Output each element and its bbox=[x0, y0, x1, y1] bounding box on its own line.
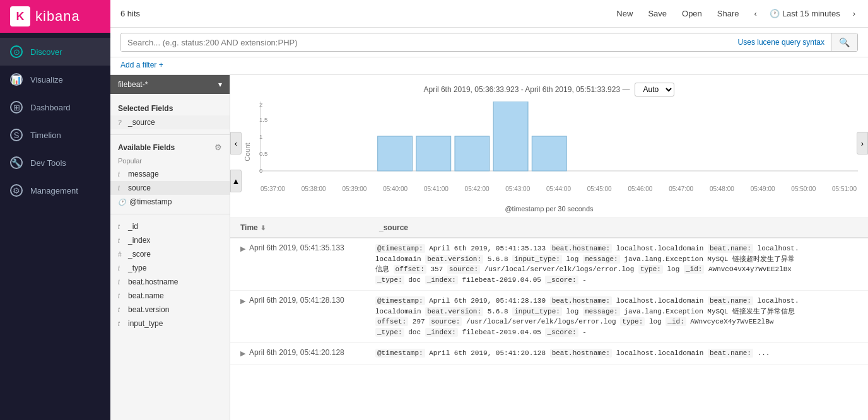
field-key-index-1: _index: bbox=[425, 276, 458, 284]
visualize-icon: 📊 bbox=[10, 73, 23, 86]
sidebar: K kibana ⊙ Discover 📊 Visualize ⊞ Dashbo… bbox=[0, 0, 110, 420]
field-name-timestamp: @timestamp bbox=[129, 197, 222, 206]
svg-rect-11 bbox=[532, 136, 566, 171]
field-item-type[interactable]: t _type bbox=[110, 261, 230, 275]
sidebar-item-label-discover: Discover bbox=[30, 47, 62, 57]
sidebar-item-devtools[interactable]: 🔧 Dev Tools bbox=[0, 149, 110, 177]
field-item-index[interactable]: t _index bbox=[110, 233, 230, 247]
table-row: ▶ April 6th 2019, 05:41:28.130 @timestam… bbox=[230, 291, 868, 343]
sidebar-item-dashboard[interactable]: ⊞ Dashboard bbox=[0, 93, 110, 121]
hits-count: 6 hits bbox=[120, 9, 140, 18]
field-key-beatname-2: beat.name: bbox=[708, 296, 753, 305]
field-item-message[interactable]: t message bbox=[110, 167, 230, 181]
sidebar-nav: ⊙ Discover 📊 Visualize ⊞ Dashboard S Tim… bbox=[0, 33, 110, 204]
collapse-left-button[interactable]: ‹ bbox=[230, 132, 242, 155]
available-fields-title: Available Fields bbox=[118, 143, 175, 152]
prev-time-button[interactable]: ‹ bbox=[752, 8, 760, 20]
chart-x-labels: 05:37:00 05:38:00 05:39:00 05:40:00 05:4… bbox=[259, 185, 858, 192]
svg-rect-9 bbox=[455, 136, 490, 171]
chart-container: April 6th 2019, 05:36:33.923 - April 6th… bbox=[230, 75, 868, 218]
popular-label: Popular bbox=[110, 155, 230, 167]
field-type-type: t bbox=[118, 265, 124, 272]
open-button[interactable]: Open bbox=[679, 8, 705, 20]
field-item-id[interactable]: t _id bbox=[110, 219, 230, 233]
field-item-timestamp[interactable]: 🕐 @timestamp bbox=[110, 195, 230, 209]
clock-icon: 🕐 bbox=[770, 9, 780, 18]
field-item-source[interactable]: t source bbox=[110, 181, 230, 195]
time-range-label: Last 15 minutes bbox=[782, 9, 840, 18]
lucene-syntax-link[interactable]: Uses lucene query syntax bbox=[732, 38, 831, 47]
search-input[interactable] bbox=[121, 34, 732, 51]
field-type-score: # bbox=[118, 251, 124, 258]
field-key-source-2: source: bbox=[429, 317, 462, 326]
field-type-index: t bbox=[118, 237, 124, 244]
field-item-beat-version[interactable]: t beat.version bbox=[110, 303, 230, 317]
table-row: ▶ April 6th 2019, 05:41:20.128 @timestam… bbox=[230, 343, 868, 365]
field-item-score[interactable]: # _score bbox=[110, 247, 230, 261]
sidebar-item-management[interactable]: ⚙ Management bbox=[0, 177, 110, 204]
collapse-right-button[interactable]: › bbox=[857, 132, 868, 155]
field-item-beat-name[interactable]: t beat.name bbox=[110, 289, 230, 303]
section-divider-2 bbox=[110, 214, 230, 214]
filter-bar: Add a filter + bbox=[110, 57, 868, 75]
field-name-id: _id bbox=[128, 222, 222, 231]
field-name-score: _score bbox=[128, 250, 222, 259]
sidebar-item-discover[interactable]: ⊙ Discover bbox=[0, 38, 110, 66]
field-key-doctype-1: _type: bbox=[375, 276, 404, 284]
expand-up-button[interactable]: ▲ bbox=[230, 170, 242, 192]
field-key-score-2: _score: bbox=[545, 328, 578, 337]
col-source-header: _source bbox=[379, 223, 858, 232]
field-name-message: message bbox=[128, 170, 222, 178]
field-name-beat-version: beat.version bbox=[128, 305, 222, 314]
field-type-beat-hostname: t bbox=[118, 279, 124, 286]
discover-icon: ⊙ bbox=[10, 45, 23, 58]
selected-field-source[interactable]: ? _source bbox=[110, 115, 230, 129]
field-item-beat-hostname[interactable]: t beat.hostname bbox=[110, 275, 230, 289]
next-time-button[interactable]: › bbox=[850, 8, 858, 20]
time-sort-icon[interactable]: ⬇ bbox=[261, 225, 266, 231]
save-button[interactable]: Save bbox=[645, 8, 669, 20]
row-expand-button-2[interactable]: ▶ bbox=[240, 297, 245, 305]
interval-select[interactable]: Auto bbox=[635, 83, 674, 96]
row-time-3: April 6th 2019, 05:41:20.128 bbox=[249, 348, 375, 357]
field-type-message: t bbox=[118, 171, 124, 178]
field-panel-content: Selected Fields ? _source Available Fiel… bbox=[110, 94, 230, 420]
sidebar-item-visualize[interactable]: 📊 Visualize bbox=[0, 66, 110, 93]
sidebar-item-timelion[interactable]: S Timelion bbox=[0, 121, 110, 149]
kibana-logo-icon: K bbox=[10, 6, 30, 26]
svg-rect-8 bbox=[416, 136, 451, 171]
share-button[interactable]: Share bbox=[715, 8, 742, 20]
table-header: Time ⬇ _source bbox=[230, 218, 868, 238]
available-fields-settings-icon[interactable]: ⚙ bbox=[214, 143, 222, 152]
search-submit-button[interactable]: 🔍 bbox=[831, 33, 857, 51]
devtools-icon: 🔧 bbox=[10, 156, 23, 169]
add-filter-button[interactable]: Add a filter + bbox=[120, 61, 163, 69]
field-type-input-type: t bbox=[118, 320, 124, 327]
field-item-input-type[interactable]: t input_type bbox=[110, 317, 230, 330]
row-expand-button-1[interactable]: ▶ bbox=[240, 245, 245, 253]
field-type-beat-version: t bbox=[118, 306, 124, 313]
field-type-id: t bbox=[118, 223, 124, 230]
svg-rect-7 bbox=[378, 136, 413, 171]
svg-text:2: 2 bbox=[259, 102, 262, 108]
field-type-source: ? bbox=[118, 119, 124, 126]
field-type-beat-name: t bbox=[118, 293, 124, 300]
field-key-source-1: source: bbox=[447, 265, 480, 274]
content-area: filebeat-* ▾ Selected Fields ? _source A… bbox=[110, 75, 868, 420]
chart-x-title: @timestamp per 30 seconds bbox=[240, 205, 858, 213]
time-range-display: 🕐 Last 15 minutes bbox=[770, 9, 840, 18]
row-expand-button-3[interactable]: ▶ bbox=[240, 349, 245, 358]
field-key-type-1: type: bbox=[638, 265, 663, 274]
field-key-beathostname-3: beat.hostname: bbox=[550, 349, 612, 358]
field-name-source: _source bbox=[128, 118, 222, 127]
management-icon: ⚙ bbox=[10, 184, 23, 197]
new-button[interactable]: New bbox=[614, 8, 635, 20]
chart-svg: 0 0.5 1 1.5 2 bbox=[259, 102, 858, 184]
topbar: 6 hits New Save Open Share ‹ 🕐 Last 15 m… bbox=[110, 0, 868, 28]
field-key-type-2: type: bbox=[620, 317, 645, 326]
field-panel: filebeat-* ▾ Selected Fields ? _source A… bbox=[110, 75, 230, 420]
field-key-message-2: message: bbox=[583, 307, 620, 316]
search-input-wrap: Uses lucene query syntax 🔍 bbox=[120, 33, 858, 52]
row-source-2: @timestamp: April 6th 2019, 05:41:28.130… bbox=[375, 296, 858, 337]
index-pattern-selector[interactable]: filebeat-* ▾ bbox=[110, 75, 230, 94]
